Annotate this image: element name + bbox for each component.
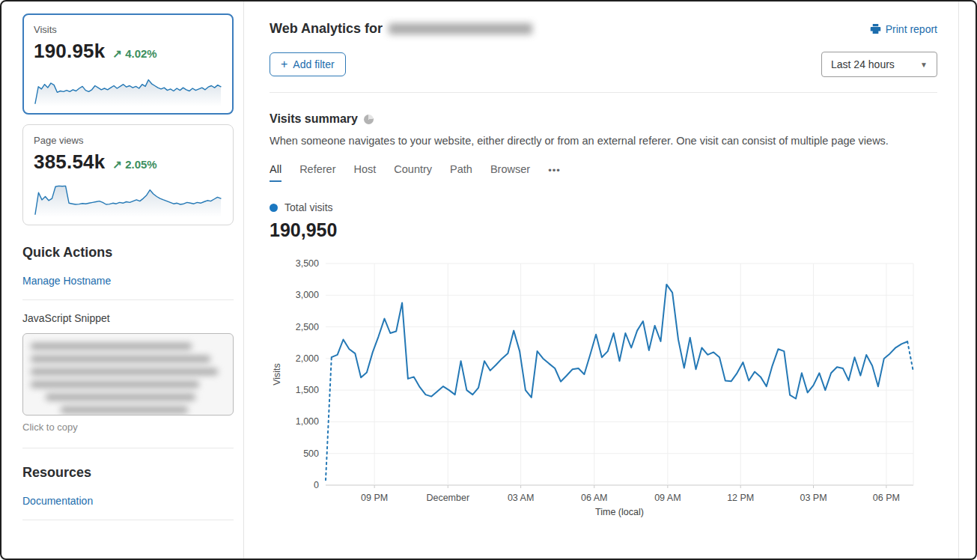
javascript-snippet-label: JavaScript Snippet <box>22 312 233 324</box>
total-visits-value: 190,950 <box>270 219 937 241</box>
chevron-down-icon: ▼ <box>920 61 928 69</box>
tab-host[interactable]: Host <box>353 163 376 182</box>
svg-text:0: 0 <box>314 480 319 490</box>
svg-text:3,000: 3,000 <box>296 290 319 300</box>
more-tabs-button[interactable]: ••• <box>548 165 561 181</box>
pie-chart-icon <box>364 115 374 124</box>
visits-sparkline-chart <box>34 69 222 108</box>
plus-icon: + <box>281 58 287 70</box>
svg-text:06 PM: 06 PM <box>873 493 900 503</box>
visits-summary-description: When someone navigates to your website, … <box>270 135 937 147</box>
pageviews-card-delta: ↗ 2.05% <box>112 158 156 171</box>
summary-tabs: AllRefererHostCountryPathBrowser••• <box>270 163 937 182</box>
manage-hostname-link[interactable]: Manage Hostname <box>22 275 111 287</box>
svg-text:09 PM: 09 PM <box>361 493 388 503</box>
pageviews-card-value: 385.54k <box>34 150 105 174</box>
site-domain-redacted <box>389 23 532 34</box>
quick-actions-heading: Quick Actions <box>22 245 233 261</box>
svg-text:03 AM: 03 AM <box>508 493 534 503</box>
printer-icon <box>870 23 881 34</box>
visits-card-value: 190.95k <box>34 40 105 63</box>
trend-up-icon: ↗ <box>112 47 122 60</box>
svg-text:Time (local): Time (local) <box>595 507 644 517</box>
visits-stat-card[interactable]: Visits 190.95k ↗ 4.02% <box>22 13 234 115</box>
pageviews-sparkline-chart <box>34 180 222 219</box>
tab-path[interactable]: Path <box>450 163 472 182</box>
tab-browser[interactable]: Browser <box>490 163 530 182</box>
svg-text:December: December <box>426 493 469 503</box>
svg-text:2,500: 2,500 <box>296 322 319 332</box>
legend-label: Total visits <box>284 201 333 213</box>
tab-all[interactable]: All <box>270 163 281 182</box>
sidebar: Visits 190.95k ↗ 4.02% Page views 385.54… <box>1 1 244 559</box>
svg-text:2,000: 2,000 <box>296 353 319 364</box>
redacted-code-lines <box>31 343 225 413</box>
documentation-link[interactable]: Documentation <box>22 495 93 507</box>
svg-text:3,500: 3,500 <box>296 258 319 269</box>
pageviews-card-label: Page views <box>34 135 222 146</box>
svg-text:06 AM: 06 AM <box>581 493 607 503</box>
main-content: Web Analytics for Print report + Add fil… <box>244 1 959 559</box>
visits-summary-section: Visits summary When someone navigates to… <box>270 93 937 520</box>
svg-text:1,000: 1,000 <box>296 416 319 427</box>
svg-text:12 PM: 12 PM <box>727 493 754 503</box>
visits-card-delta: ↗ 4.02% <box>112 47 156 61</box>
visits-line-chart[interactable]: 05001,0001,5002,0002,5003,0003,50009 PMD… <box>270 253 930 520</box>
app-window: Visits 190.95k ↗ 4.02% Page views 385.54… <box>0 0 977 560</box>
page-title: Web Analytics for <box>270 21 532 37</box>
time-range-dropdown[interactable]: Last 24 hours ▼ <box>821 52 937 77</box>
tab-referer[interactable]: Referer <box>299 163 335 182</box>
svg-text:Visits: Visits <box>272 363 282 386</box>
chart-legend: Total visits <box>270 201 937 213</box>
trend-up-icon: ↗ <box>112 158 122 171</box>
svg-text:500: 500 <box>303 448 319 459</box>
print-report-button[interactable]: Print report <box>870 23 937 35</box>
divider <box>22 299 234 300</box>
legend-dot-icon <box>270 204 278 212</box>
tab-country[interactable]: Country <box>394 163 432 182</box>
visits-summary-title: Visits summary <box>270 112 358 126</box>
svg-text:09 AM: 09 AM <box>654 493 681 503</box>
javascript-snippet-box-redacted[interactable] <box>22 333 234 416</box>
click-to-copy-hint: Click to copy <box>22 421 233 433</box>
visits-card-label: Visits <box>34 24 222 35</box>
add-filter-button[interactable]: + Add filter <box>270 52 346 76</box>
svg-text:03 PM: 03 PM <box>800 493 827 503</box>
pageviews-stat-card[interactable]: Page views 385.54k ↗ 2.05% <box>22 124 234 225</box>
resources-heading: Resources <box>22 465 233 481</box>
divider <box>22 520 234 520</box>
divider <box>22 448 234 448</box>
svg-text:1,500: 1,500 <box>296 385 319 395</box>
